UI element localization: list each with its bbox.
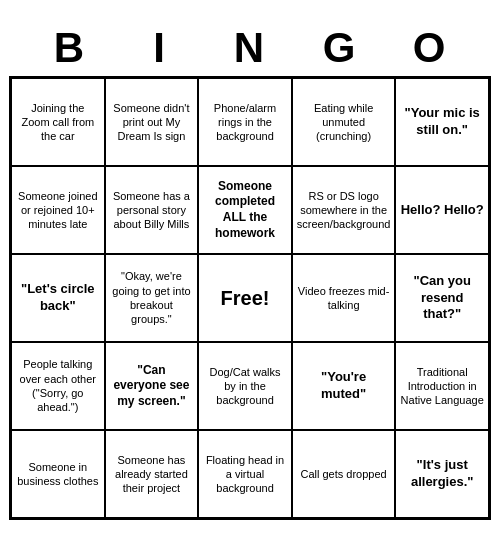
bingo-cell-13[interactable]: Video freezes mid-talking	[292, 254, 396, 342]
header-n: N	[205, 24, 295, 72]
bingo-cell-6[interactable]: Someone has a personal story about Billy…	[105, 166, 199, 254]
bingo-cell-16[interactable]: "Can everyone see my screen."	[105, 342, 199, 430]
bingo-cell-3[interactable]: Eating while unmuted (crunching)	[292, 78, 396, 166]
bingo-cell-20[interactable]: Someone in business clothes	[11, 430, 105, 518]
bingo-cell-11[interactable]: "Okay, we're going to get into breakout …	[105, 254, 199, 342]
bingo-grid: Joining the Zoom call from the carSomeon…	[9, 76, 491, 520]
bingo-cell-12[interactable]: Free!	[198, 254, 292, 342]
header-b: B	[25, 24, 115, 72]
bingo-cell-10[interactable]: "Let's circle back"	[11, 254, 105, 342]
bingo-card: B I N G O Joining the Zoom call from the…	[5, 20, 495, 524]
header-g: G	[295, 24, 385, 72]
bingo-cell-24[interactable]: "It's just allergies."	[395, 430, 489, 518]
bingo-cell-22[interactable]: Floating head in a virtual background	[198, 430, 292, 518]
header-i: I	[115, 24, 205, 72]
bingo-cell-2[interactable]: Phone/alarm rings in the background	[198, 78, 292, 166]
bingo-cell-23[interactable]: Call gets dropped	[292, 430, 396, 518]
bingo-cell-8[interactable]: RS or DS logo somewhere in the screen/ba…	[292, 166, 396, 254]
bingo-cell-5[interactable]: Someone joined or rejoined 10+ minutes l…	[11, 166, 105, 254]
bingo-cell-1[interactable]: Someone didn't print out My Dream Is sig…	[105, 78, 199, 166]
bingo-cell-21[interactable]: Someone has already started their projec…	[105, 430, 199, 518]
bingo-cell-14[interactable]: "Can you resend that?"	[395, 254, 489, 342]
bingo-cell-7[interactable]: Someone completed ALL the homework	[198, 166, 292, 254]
bingo-cell-15[interactable]: People talking over each other ("Sorry, …	[11, 342, 105, 430]
bingo-cell-18[interactable]: "You're muted"	[292, 342, 396, 430]
bingo-header: B I N G O	[9, 24, 491, 72]
bingo-cell-19[interactable]: Traditional Introduction in Native Langu…	[395, 342, 489, 430]
bingo-cell-9[interactable]: Hello? Hello?	[395, 166, 489, 254]
bingo-cell-0[interactable]: Joining the Zoom call from the car	[11, 78, 105, 166]
bingo-cell-17[interactable]: Dog/Cat walks by in the background	[198, 342, 292, 430]
header-o: O	[385, 24, 475, 72]
bingo-cell-4[interactable]: "Your mic is still on."	[395, 78, 489, 166]
